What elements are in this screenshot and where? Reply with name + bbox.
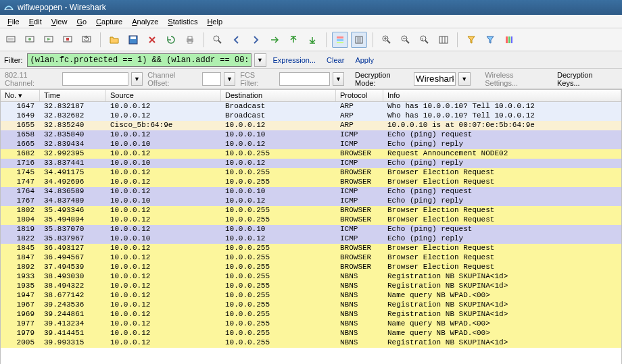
capture-options-button[interactable] — [22, 32, 38, 48]
table-row[interactable]: 171633.83744110.0.0.1010.0.0.12ICMPEcho … — [1, 159, 621, 168]
expression-button[interactable]: Expression... — [269, 56, 320, 64]
colorize-button[interactable] — [332, 32, 348, 48]
channel-offset-input[interactable] — [202, 72, 221, 86]
svg-rect-12 — [188, 41, 192, 43]
print-button[interactable] — [182, 32, 198, 48]
svg-rect-14 — [337, 36, 343, 38]
menu-edit[interactable]: Edit — [24, 16, 47, 27]
channel-offset-dropdown[interactable]: ▼ — [224, 72, 235, 86]
goto-packet-button[interactable] — [266, 32, 283, 48]
zoom-out-button[interactable] — [398, 32, 414, 48]
channel-dropdown[interactable]: ▼ — [131, 72, 143, 86]
column-time[interactable]: Time — [40, 90, 106, 101]
restart-capture-button[interactable] — [78, 32, 95, 48]
svg-rect-1 — [8, 38, 14, 41]
apply-button[interactable]: Apply — [351, 56, 378, 64]
column-protocol[interactable]: Protocol — [336, 90, 383, 101]
table-row[interactable]: 189237.49453910.0.0.1210.0.0.255BROWSERB… — [1, 263, 621, 272]
autoscroll-button[interactable] — [351, 32, 367, 48]
table-row[interactable]: 197739.41323410.0.0.1210.0.0.255NBNSName… — [1, 319, 621, 329]
interfaces-button[interactable] — [3, 32, 19, 48]
table-row[interactable]: 180435.49480410.0.0.1210.0.0.255BROWSERB… — [1, 215, 621, 225]
table-row[interactable]: 184736.49456710.0.0.1210.0.0.255BROWSERB… — [1, 253, 621, 263]
menu-go[interactable]: Go — [72, 16, 91, 27]
packet-list-body[interactable]: 164732.83218710.0.0.12BroadcastARPWho ha… — [1, 102, 621, 364]
toolbar-separator — [326, 32, 327, 47]
table-row[interactable]: 174734.49269610.0.0.1210.0.0.255BROWSERB… — [1, 178, 621, 187]
display-filter-input[interactable] — [27, 53, 252, 67]
clear-button[interactable]: Clear — [322, 56, 348, 64]
table-row[interactable]: 196739.24353610.0.0.1210.0.0.255NBNSRegi… — [1, 301, 621, 310]
menu-statistics[interactable]: Statistics — [163, 16, 202, 27]
column-destination[interactable]: Destination — [221, 90, 336, 101]
table-row[interactable]: 182235.83796710.0.0.1010.0.0.12ICMPEcho … — [1, 234, 621, 244]
menu-analyze[interactable]: Analyze — [127, 16, 163, 27]
app-icon — [4, 3, 14, 12]
table-row[interactable]: 164932.83268210.0.0.12BroadcastARPWho ha… — [1, 111, 621, 121]
svg-rect-22 — [439, 36, 448, 43]
table-row[interactable]: 165532.835240Cisco_5b:64:9e10.0.0.12ARP1… — [1, 121, 621, 130]
table-row[interactable]: 197939.41445110.0.0.1210.0.0.255NBNSName… — [1, 329, 621, 338]
menu-view[interactable]: View — [47, 16, 72, 27]
svg-rect-11 — [188, 36, 192, 39]
open-file-button[interactable] — [106, 32, 122, 48]
goto-last-button[interactable] — [304, 32, 320, 48]
table-row[interactable]: 193338.49303010.0.0.1210.0.0.255NBNSRegi… — [1, 272, 621, 282]
table-row[interactable]: 164732.83218710.0.0.12BroadcastARPWho ha… — [1, 102, 621, 111]
resize-columns-button[interactable] — [435, 32, 452, 48]
packet-list-pane: No. ▾ Time Source Destination Protocol I… — [0, 89, 622, 364]
table-row[interactable]: 200539.99331510.0.0.1210.0.0.255NBNSRegi… — [1, 338, 621, 348]
table-row[interactable]: 168232.99239510.0.0.1210.0.0.255BROWSERR… — [1, 149, 621, 159]
reload-button[interactable] — [163, 32, 179, 48]
svg-rect-15 — [337, 39, 343, 41]
table-row[interactable]: 194738.67714210.0.0.1210.0.0.255NBNSName… — [1, 291, 621, 301]
table-row[interactable]: 184536.49312710.0.0.1210.0.0.255BROWSERB… — [1, 244, 621, 253]
wireless-toolbar: 802.11 Channel: ▼ Channel Offset: ▼ FCS … — [0, 69, 622, 89]
fcs-input[interactable] — [279, 72, 330, 86]
color-rules-button[interactable] — [501, 32, 517, 48]
stop-capture-button[interactable] — [59, 32, 76, 48]
wireless-settings-button[interactable]: Wireless Settings... — [481, 71, 550, 87]
filter-dropdown-button[interactable]: ▼ — [254, 53, 266, 67]
capture-filters-button[interactable] — [463, 32, 479, 48]
goto-first-button[interactable] — [285, 32, 302, 48]
main-toolbar: 1 — [0, 28, 622, 51]
packet-list-header: No. ▾ Time Source Destination Protocol I… — [1, 90, 621, 102]
filter-label: Filter: — [3, 56, 24, 64]
save-file-button[interactable] — [125, 32, 141, 48]
start-capture-button[interactable] — [41, 32, 57, 48]
fcs-dropdown[interactable]: ▼ — [333, 72, 344, 86]
table-row[interactable]: 165832.83584010.0.0.1210.0.0.10ICMPEcho … — [1, 130, 621, 140]
toolbar-separator — [373, 32, 373, 47]
column-source[interactable]: Source — [106, 90, 221, 101]
go-back-button[interactable] — [229, 32, 245, 48]
svg-rect-25 — [511, 36, 512, 43]
svg-point-3 — [28, 38, 31, 41]
svg-rect-23 — [506, 36, 508, 43]
go-forward-button[interactable] — [247, 32, 264, 48]
column-no[interactable]: No. ▾ — [1, 90, 40, 101]
find-packet-button[interactable] — [210, 32, 226, 48]
zoom-reset-button[interactable]: 1 — [416, 32, 433, 48]
table-row[interactable]: 166532.83943410.0.0.1010.0.0.12ICMPEcho … — [1, 140, 621, 149]
channel-input[interactable] — [62, 72, 128, 86]
table-row[interactable]: 174534.49117510.0.0.1210.0.0.255BROWSERB… — [1, 168, 621, 178]
decryption-mode-input[interactable] — [414, 72, 456, 86]
decryption-mode-dropdown[interactable]: ▼ — [458, 72, 470, 86]
menu-file[interactable]: File — [3, 16, 24, 27]
table-row[interactable]: 193538.49432210.0.0.1210.0.0.255NBNSRegi… — [1, 282, 621, 291]
table-row[interactable]: 196939.24486110.0.0.1210.0.0.255NBNSRegi… — [1, 310, 621, 319]
menu-capture[interactable]: Capture — [91, 16, 127, 27]
table-row[interactable]: 176734.83748910.0.0.1010.0.0.12ICMPEcho … — [1, 197, 621, 206]
svg-rect-9 — [130, 36, 136, 39]
column-info[interactable]: Info — [383, 90, 621, 101]
decryption-mode-label: Decryption Mode: — [355, 71, 411, 87]
menu-help[interactable]: Help — [202, 16, 227, 27]
table-row[interactable]: 176434.83658910.0.0.1210.0.0.10ICMPEcho … — [1, 187, 621, 197]
table-row[interactable]: 180235.49334610.0.0.1210.0.0.255BROWSERB… — [1, 206, 621, 215]
display-filters-button[interactable] — [482, 32, 498, 48]
close-file-button[interactable] — [144, 32, 160, 48]
table-row[interactable]: 181935.83707010.0.0.1210.0.0.10ICMPEcho … — [1, 225, 621, 234]
decryption-keys-button[interactable]: Decryption Keys... — [553, 71, 619, 87]
zoom-in-button[interactable] — [379, 32, 395, 48]
